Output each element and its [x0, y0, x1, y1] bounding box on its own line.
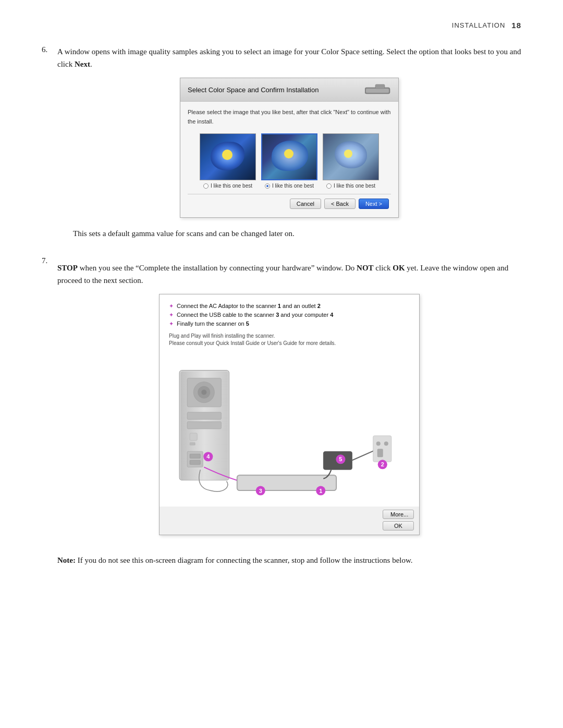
svg-rect-26	[373, 436, 391, 462]
step-6-text: A window opens with image quality sample…	[57, 45, 521, 70]
bullet-2: ✦	[169, 312, 174, 318]
svg-rect-1	[366, 89, 389, 93]
image-options: I like this one best I like this one bes…	[188, 133, 391, 189]
hw-dialog-footer: More... OK	[160, 507, 419, 535]
image-option-1[interactable]: I like this one best	[200, 133, 256, 189]
step-7: 7. STOP when you see the “Complete the i…	[42, 256, 521, 545]
dialog-buttons: Cancel < Back Next >	[188, 199, 391, 211]
svg-text:3: 3	[259, 488, 262, 494]
svg-rect-11	[190, 433, 197, 440]
svg-rect-14	[190, 454, 200, 458]
flower-image-dark[interactable]	[200, 133, 256, 180]
hardware-dialog: ✦ Connect the AC Adaptor to the scanner …	[159, 294, 420, 535]
hw-diagram: 4 3 1	[169, 352, 410, 498]
power-adapter-group: 2 5	[323, 436, 391, 470]
flower-image-medium[interactable]	[261, 133, 317, 180]
dialog-divider	[188, 194, 391, 194]
radio-button-3[interactable]	[326, 183, 332, 189]
stop-label: STOP	[57, 264, 78, 272]
connection-diagram-svg: 4 3 1	[169, 352, 410, 498]
back-button[interactable]: < Back	[324, 199, 356, 209]
more-button[interactable]: More...	[383, 510, 414, 519]
flower-image-light[interactable]	[323, 133, 379, 180]
note-paragraph: Note: If you do not see this on-screen d…	[57, 554, 521, 567]
hw-instruction-3: ✦ Finally turn the scanner on 5	[169, 320, 410, 327]
next-button[interactable]: Next >	[359, 199, 389, 209]
svg-rect-2	[375, 84, 385, 89]
bullet-3: ✦	[169, 320, 174, 327]
svg-text:1: 1	[319, 488, 322, 494]
radio-label-3[interactable]: I like this one best	[326, 183, 375, 189]
step-6-number: 6.	[42, 45, 57, 247]
ok-label: OK	[393, 264, 405, 272]
radio-button-2[interactable]	[265, 183, 270, 189]
svg-rect-10	[187, 422, 221, 429]
step-6: 6. A window opens with image quality sam…	[42, 45, 521, 247]
svg-point-8	[201, 390, 206, 395]
dialog-title-bar: Select Color Space and Confirm Installat…	[180, 78, 398, 102]
step-7-text: STOP when you see the “Complete the inst…	[57, 262, 521, 287]
hw-instruction-2: ✦ Connect the USB cable to the scanner 3…	[169, 312, 410, 318]
radio-label-2[interactable]: I like this one best	[265, 183, 314, 189]
radio-label-1[interactable]: I like this one best	[203, 183, 252, 189]
image-option-3[interactable]: I like this one best	[323, 133, 379, 189]
dialog-body: Please select the image that you like be…	[180, 102, 398, 217]
cancel-button[interactable]: Cancel	[290, 199, 321, 209]
step-6-after-text: This sets a default gamma value for scan…	[73, 227, 521, 240]
step-6-content: A window opens with image quality sample…	[57, 45, 521, 247]
section-name: Installation	[452, 21, 506, 29]
svg-point-27	[376, 441, 381, 446]
step-7-content: STOP when you see the “Complete the inst…	[57, 262, 521, 545]
svg-text:5: 5	[339, 456, 342, 462]
image-option-2[interactable]: I like this one best	[261, 133, 317, 189]
note-label: Note:	[57, 556, 76, 564]
scanner-group: 3 1	[237, 475, 337, 496]
not-label: NOT	[357, 264, 374, 272]
computer-tower-group: 4	[179, 371, 229, 480]
note-text: If you do not see this on-screen diagram…	[76, 556, 413, 564]
hw-instruction-1: ✦ Connect the AC Adaptor to the scanner …	[169, 303, 410, 310]
page-header: Installation 18	[42, 21, 521, 30]
svg-rect-12	[190, 442, 195, 445]
step-7-number: 7.	[42, 256, 57, 545]
radio-button-1[interactable]	[203, 183, 209, 189]
svg-rect-9	[187, 412, 221, 419]
scanner-icon	[365, 83, 391, 96]
svg-point-28	[384, 441, 388, 446]
bullet-1: ✦	[169, 303, 174, 310]
radio-text-2: I like this one best	[272, 183, 314, 189]
plug-and-play-text: Plug and Play will finish installing the…	[169, 332, 410, 347]
svg-rect-15	[190, 460, 200, 464]
radio-text-3: I like this one best	[334, 183, 375, 189]
page-number: 18	[511, 21, 521, 30]
color-space-dialog: Select Color Space and Confirm Installat…	[180, 78, 399, 218]
hw-dialog-body: ✦ Connect the AC Adaptor to the scanner …	[160, 294, 419, 507]
dialog-instruction: Please select the image that you like be…	[188, 108, 391, 126]
radio-text-1: I like this one best	[211, 183, 252, 189]
ok-button[interactable]: OK	[383, 521, 414, 530]
dialog-title-text: Select Color Space and Confirm Installat…	[188, 86, 319, 94]
svg-text:2: 2	[381, 462, 384, 468]
svg-text:4: 4	[206, 453, 210, 460]
svg-rect-29	[377, 449, 383, 457]
svg-rect-13	[187, 451, 203, 467]
